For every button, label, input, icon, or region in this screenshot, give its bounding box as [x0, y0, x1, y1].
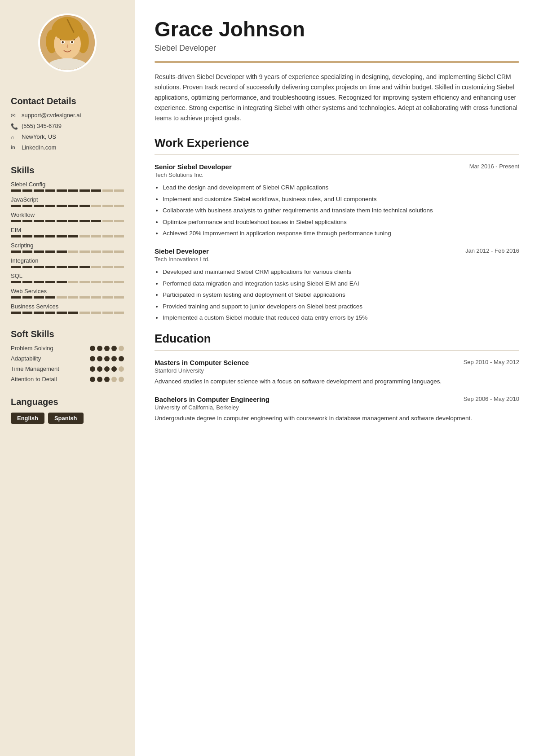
- soft-skill-dot: [90, 377, 95, 382]
- contact-phone: 📞 (555) 345-6789: [11, 123, 81, 130]
- skill-segment: [68, 251, 79, 253]
- job-bullet: Provided training and support to junior …: [163, 302, 519, 312]
- skill-segment: [22, 266, 33, 268]
- skill-segment: [22, 312, 33, 314]
- job-date: Mar 2016 - Present: [469, 163, 519, 170]
- skill-segment: [68, 266, 79, 268]
- soft-skill-dots: [90, 377, 124, 382]
- skill-segment: [102, 296, 113, 299]
- skill-segment: [57, 235, 67, 237]
- skill-segment: [45, 296, 56, 299]
- sidebar: Contact Details ✉ support@cvdesigner.ai …: [0, 0, 135, 756]
- skill-segment: [80, 312, 90, 314]
- skill-segment: [114, 251, 124, 253]
- soft-skill-name: Time Management: [11, 365, 60, 372]
- skill-segment: [91, 312, 102, 314]
- avatar-image: [40, 13, 95, 72]
- skill-segment: [91, 189, 102, 192]
- skill-segment: [114, 281, 124, 283]
- skill-segment: [91, 251, 102, 253]
- svg-point-9: [62, 41, 64, 44]
- skill-segment: [11, 312, 21, 314]
- work-experience-title: Work Experience: [155, 136, 519, 150]
- skill-segment: [80, 251, 90, 253]
- avatar-wrapper: [11, 13, 124, 72]
- skill-segment: [102, 266, 113, 268]
- skill-segment: [68, 235, 79, 237]
- skill-segment: [45, 312, 56, 314]
- skill-segment: [45, 235, 56, 237]
- job-bullet: Developed and maintained Siebel CRM appl…: [163, 267, 519, 277]
- edu-date: Sep 2006 - May 2010: [464, 396, 519, 402]
- soft-skill-item: Adaptability: [11, 355, 124, 362]
- job-bullet: Optimize performance and troubleshoot is…: [163, 217, 519, 227]
- skill-segment: [114, 189, 124, 192]
- job-bullet: Implemented a custom Siebel module that …: [163, 313, 519, 323]
- skill-segment: [11, 235, 21, 237]
- summary-text: Results-driven Siebel Developer with 9 y…: [155, 72, 519, 123]
- skill-segment: [57, 189, 67, 192]
- skill-segment: [80, 296, 90, 299]
- skill-segment: [22, 281, 33, 283]
- soft-skill-dots: [90, 366, 124, 372]
- edu-header: Bachelors in Computer EngineeringSep 200…: [155, 396, 519, 403]
- edu-header: Masters in Computer ScienceSep 2010 - Ma…: [155, 359, 519, 366]
- skill-name: SQL: [11, 273, 124, 279]
- skill-name: Siebel Config: [11, 181, 124, 188]
- phone-icon: 📞: [11, 123, 18, 130]
- work-experience-divider: [155, 154, 519, 155]
- contact-linkedin: in LinkedIn.com: [11, 144, 81, 151]
- soft-skill-dot: [104, 366, 110, 372]
- soft-skill-dots: [90, 356, 124, 361]
- contact-location-text: NewYork, US: [22, 133, 56, 140]
- skill-bar: [11, 281, 124, 283]
- soft-skill-dot: [104, 356, 110, 361]
- soft-skill-dot: [119, 356, 124, 361]
- language-badges: EnglishSpanish: [11, 413, 84, 424]
- job-bullet: Participated in system testing and deplo…: [163, 290, 519, 300]
- languages-section-title: Languages: [11, 397, 58, 407]
- skill-segment: [80, 220, 90, 222]
- skill-item: SQL: [11, 273, 124, 283]
- skill-segment: [45, 281, 56, 283]
- soft-skill-dot: [111, 346, 117, 351]
- soft-skill-dot: [111, 356, 117, 361]
- skill-segment: [45, 220, 56, 222]
- skill-segment: [91, 296, 102, 299]
- job-bullet: Implement and customize Siebel workflows…: [163, 194, 519, 204]
- skill-item: Siebel Config: [11, 181, 124, 192]
- skill-segment: [11, 266, 21, 268]
- skill-segment: [11, 220, 21, 222]
- skill-segment: [91, 220, 102, 222]
- skill-segment: [91, 266, 102, 268]
- skill-name: Web Services: [11, 288, 124, 294]
- skill-name: Business Services: [11, 303, 124, 310]
- svg-point-10: [71, 41, 73, 44]
- skill-bar: [11, 251, 124, 253]
- skill-item: Business Services: [11, 303, 124, 314]
- skill-name: EIM: [11, 227, 124, 233]
- language-badge: Spanish: [48, 413, 84, 424]
- soft-skill-dot: [97, 366, 102, 372]
- skill-segment: [80, 189, 90, 192]
- accent-line: [155, 61, 519, 63]
- skill-segment: [11, 251, 21, 253]
- skill-segment: [91, 281, 102, 283]
- skill-segment: [102, 235, 113, 237]
- skill-segment: [34, 266, 44, 268]
- skill-segment: [68, 220, 79, 222]
- skill-segment: [91, 235, 102, 237]
- skill-segment: [114, 220, 124, 222]
- skill-item: JavaScript: [11, 196, 124, 207]
- skill-bar: [11, 235, 124, 237]
- skill-segment: [11, 296, 21, 299]
- svg-point-11: [53, 19, 82, 41]
- skill-segment: [80, 205, 90, 207]
- education-list: Masters in Computer ScienceSep 2010 - Ma…: [155, 359, 519, 423]
- soft-skill-dot: [111, 366, 117, 372]
- skill-segment: [114, 266, 124, 268]
- job-bullet: Achieved 20% improvement in application …: [163, 229, 519, 238]
- skill-item: Web Services: [11, 288, 124, 299]
- edu-date: Sep 2010 - May 2012: [464, 359, 519, 365]
- linkedin-icon: in: [11, 145, 18, 150]
